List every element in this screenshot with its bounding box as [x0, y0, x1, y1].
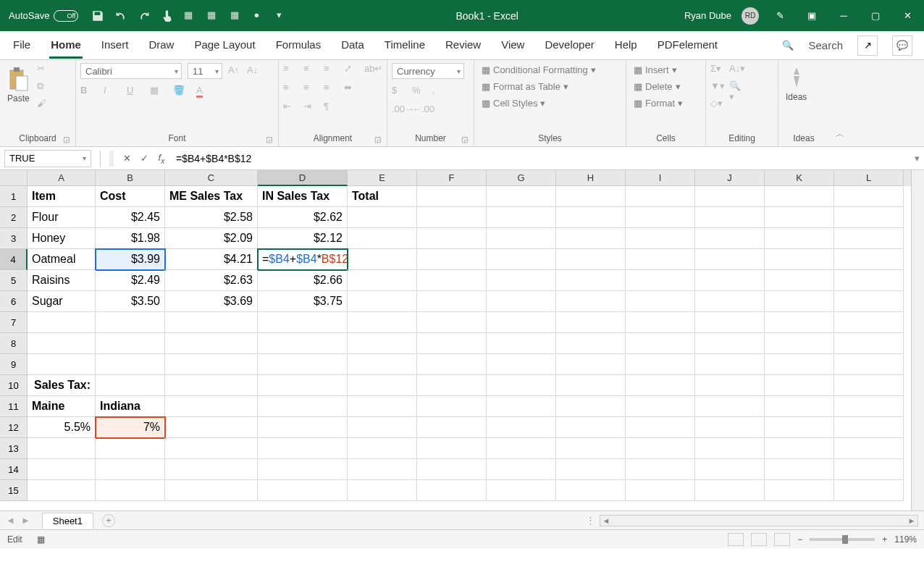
cell-I6[interactable] [626, 291, 695, 312]
cell-E12[interactable] [348, 417, 417, 438]
tab-file[interactable]: File [12, 33, 32, 59]
cell-J11[interactable] [695, 396, 765, 417]
fill-color-icon[interactable]: 🪣 [173, 85, 186, 98]
font-name-combo[interactable]: Calibri [80, 63, 182, 79]
cell-G12[interactable] [487, 417, 556, 438]
increase-decimal-icon[interactable]: .00→ [392, 104, 405, 117]
tab-draw[interactable]: Draw [147, 33, 175, 59]
cell-C9[interactable] [165, 354, 258, 375]
cell-L7[interactable] [834, 312, 904, 333]
cell-C3[interactable]: $2.09 [165, 228, 258, 249]
format-as-table-button[interactable]: ▦Format as Table ▾ [479, 80, 571, 93]
tab-review[interactable]: Review [444, 33, 482, 59]
cell-J9[interactable] [695, 354, 765, 375]
cell-J14[interactable] [695, 459, 765, 480]
fill-icon[interactable]: ▼▾ [710, 80, 723, 93]
tab-pdfelement[interactable]: PDFelement [656, 33, 719, 59]
cell-H3[interactable] [556, 228, 626, 249]
ideas-button[interactable]: Ideas [783, 63, 810, 105]
tab-view[interactable]: View [500, 33, 526, 59]
cell-A12[interactable]: 5.5% [28, 417, 96, 438]
tab-data[interactable]: Data [340, 33, 366, 59]
draw-icon[interactable]: ✎ [769, 5, 791, 27]
cell-D14[interactable] [258, 459, 348, 480]
cell-B13[interactable] [96, 438, 165, 459]
name-box[interactable]: TRUE▾ [4, 150, 91, 167]
user-avatar[interactable]: RD [742, 7, 759, 25]
enter-formula-icon[interactable]: ✓ [135, 150, 153, 167]
cell-I12[interactable] [626, 417, 695, 438]
share-button[interactable]: ↗ [857, 35, 878, 56]
cell-G8[interactable] [487, 333, 556, 354]
cell-I4[interactable] [626, 249, 695, 270]
italic-icon[interactable]: I [104, 85, 117, 98]
cell-H8[interactable] [556, 333, 626, 354]
sheet-tab[interactable]: Sheet1 [42, 513, 93, 529]
expand-formula-bar-icon[interactable]: ▾ [910, 153, 924, 164]
tab-help[interactable]: Help [613, 33, 639, 59]
cell-F11[interactable] [417, 396, 487, 417]
cell-E9[interactable] [348, 354, 417, 375]
row-header-5[interactable]: 5 [0, 270, 28, 291]
column-header-D[interactable]: D [258, 170, 348, 186]
cell-K13[interactable] [765, 438, 834, 459]
cell-G7[interactable] [487, 312, 556, 333]
row-header-14[interactable]: 14 [0, 459, 28, 480]
column-header-L[interactable]: L [834, 170, 904, 186]
cell-E3[interactable] [348, 228, 417, 249]
autosave-toggle[interactable]: AutoSave Off [9, 10, 78, 22]
cell-B15[interactable] [96, 480, 165, 501]
row-header-2[interactable]: 2 [0, 207, 28, 228]
align-left-icon[interactable]: ≡ [283, 82, 296, 95]
cell-E7[interactable] [348, 312, 417, 333]
cell-D5[interactable]: $2.66 [258, 270, 348, 291]
cell-I8[interactable] [626, 333, 695, 354]
cell-K3[interactable] [765, 228, 834, 249]
cell-A1[interactable]: Item [28, 186, 96, 207]
cell-K15[interactable] [765, 480, 834, 501]
cell-L3[interactable] [834, 228, 904, 249]
cell-H7[interactable] [556, 312, 626, 333]
cell-G13[interactable] [487, 438, 556, 459]
row-header-8[interactable]: 8 [0, 333, 28, 354]
cell-H6[interactable] [556, 291, 626, 312]
cell-B8[interactable] [96, 333, 165, 354]
cell-D9[interactable] [258, 354, 348, 375]
cell-G11[interactable] [487, 396, 556, 417]
column-header-B[interactable]: B [96, 170, 165, 186]
cell-K2[interactable] [765, 207, 834, 228]
cell-D15[interactable] [258, 480, 348, 501]
align-bottom-icon[interactable]: ≡ [324, 63, 337, 76]
cell-B7[interactable] [96, 312, 165, 333]
column-header-C[interactable]: C [165, 170, 258, 186]
cell-C6[interactable]: $3.69 [165, 291, 258, 312]
delete-cells-button[interactable]: ▦Delete ▾ [631, 80, 684, 93]
undo-icon[interactable] [114, 9, 127, 22]
cell-D1[interactable]: IN Sales Tax [258, 186, 348, 207]
find-select-icon[interactable]: 🔍▾ [729, 80, 742, 93]
page-layout-view-button[interactable] [751, 533, 767, 546]
font-launcher-icon[interactable]: ◲ [266, 135, 272, 143]
cell-G15[interactable] [487, 480, 556, 501]
row-header-4[interactable]: 4 [0, 249, 28, 270]
sheet-prev-icon[interactable]: ◄ [6, 515, 15, 526]
conditional-formatting-button[interactable]: ▦Conditional Formatting ▾ [479, 63, 599, 77]
cell-F3[interactable] [417, 228, 487, 249]
align-middle-icon[interactable]: ≡ [303, 63, 316, 76]
cell-F1[interactable] [417, 186, 487, 207]
tab-home[interactable]: Home [49, 33, 83, 59]
cell-A2[interactable]: Flour [28, 207, 96, 228]
cell-F2[interactable] [417, 207, 487, 228]
cancel-formula-icon[interactable]: ✕ [118, 150, 135, 167]
cell-K12[interactable] [765, 417, 834, 438]
font-color-icon[interactable]: A [196, 85, 209, 98]
cell-C8[interactable] [165, 333, 258, 354]
cell-B6[interactable]: $3.50 [96, 291, 165, 312]
cell-L12[interactable] [834, 417, 904, 438]
cell-A5[interactable]: Raisins [28, 270, 96, 291]
cell-I3[interactable] [626, 228, 695, 249]
cell-L15[interactable] [834, 480, 904, 501]
redo-icon[interactable] [138, 9, 151, 22]
cell-J10[interactable] [695, 375, 765, 396]
column-header-J[interactable]: J [695, 170, 765, 186]
